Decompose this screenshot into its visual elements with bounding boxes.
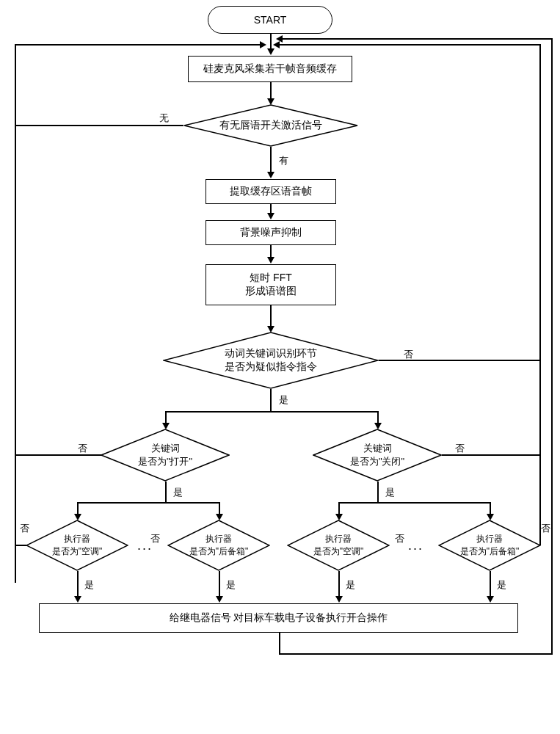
edge	[338, 571, 340, 597]
collect-label: 硅麦克风采集若干帧音频缓存	[203, 62, 337, 76]
exec-open-trunk-no: 否	[149, 532, 161, 545]
arrowhead	[267, 172, 274, 178]
exec-open-ac-yes: 是	[83, 578, 95, 592]
exec-close-ac-yes: 是	[344, 578, 357, 592]
start-label: START	[254, 14, 287, 26]
edge	[338, 502, 490, 504]
edge	[270, 34, 272, 50]
edge	[15, 454, 101, 456]
dots2: ...	[408, 538, 423, 553]
kw-open-decision: 关键词 是否为"打开"	[101, 429, 230, 482]
kw-close-no: 否	[454, 442, 466, 455]
edge	[15, 545, 26, 546]
exec-open-trunk-yes: 是	[225, 578, 237, 592]
edge	[442, 454, 540, 456]
kw-close-yes: 是	[384, 486, 396, 499]
edge	[270, 305, 272, 327]
verb-yes-label: 是	[277, 393, 290, 407]
edge	[270, 147, 272, 173]
lip-decision: 有无唇语开关激活信号	[183, 104, 358, 147]
exec-close-trunk: 执行器 是否为"后备箱"	[438, 520, 541, 571]
exec-open-ac-no: 否	[18, 522, 31, 535]
extract-label: 提取缓存区语音帧	[230, 185, 312, 198]
lip-yes-label: 有	[277, 154, 290, 167]
edge	[279, 633, 280, 653]
svg-marker-2	[101, 429, 229, 481]
edge	[279, 653, 552, 655]
edge	[377, 482, 379, 502]
arrowhead	[216, 596, 223, 603]
svg-marker-1	[164, 333, 378, 388]
svg-marker-6	[288, 520, 389, 570]
edge	[15, 126, 16, 583]
kw-open-yes: 是	[172, 486, 184, 499]
edge	[490, 571, 491, 597]
arrowhead	[487, 596, 494, 603]
edge	[219, 571, 220, 597]
svg-marker-5	[168, 520, 269, 570]
relay-label: 给继电器信号 对目标车载电子设备执行开合操作	[170, 611, 388, 625]
svg-marker-7	[439, 520, 540, 570]
edge	[77, 502, 219, 504]
svg-marker-3	[313, 429, 441, 481]
edge	[165, 482, 167, 502]
edge	[279, 44, 540, 46]
svg-marker-0	[184, 105, 357, 146]
edge	[15, 125, 183, 126]
edge	[15, 44, 261, 46]
edge	[270, 389, 272, 411]
arrowhead	[267, 213, 274, 219]
arrowhead	[267, 48, 274, 55]
collect-node: 硅麦克风采集若干帧音频缓存	[188, 56, 352, 82]
edge	[165, 411, 378, 413]
fft-node: 短时 FFT 形成语谱图	[206, 264, 336, 305]
arrowhead	[267, 257, 274, 264]
exec-close-trunk-yes: 是	[495, 578, 508, 592]
arrowhead	[260, 41, 266, 48]
exec-close-trunk-no: 否	[539, 522, 552, 535]
lip-no-label: 无	[158, 112, 170, 125]
arrowhead	[335, 596, 343, 603]
exec-open-ac: 执行器 是否为"空调"	[26, 520, 128, 571]
exec-open-trunk: 执行器 是否为"后备箱"	[167, 520, 270, 571]
edge	[539, 360, 541, 545]
edge	[270, 82, 272, 100]
edge	[77, 571, 79, 597]
fft-label2: 形成语谱图	[245, 285, 297, 298]
verb-decision: 动词关键词识别环节 是否为疑似指令指令	[163, 332, 379, 389]
suppress-label: 背景噪声抑制	[240, 226, 302, 239]
arrowhead	[74, 596, 81, 603]
edge	[15, 44, 16, 126]
edge	[539, 44, 541, 360]
exec-close-ac-no: 否	[393, 532, 406, 545]
kw-close-decision: 关键词 是否为"关闭"	[313, 429, 442, 482]
kw-open-no: 否	[76, 442, 89, 455]
relay-node: 给继电器信号 对目标车载电子设备执行开合操作	[39, 603, 518, 633]
exec-close-ac: 执行器 是否为"空调"	[287, 520, 390, 571]
fft-label1: 短时 FFT	[250, 272, 292, 285]
arrowhead	[276, 35, 283, 43]
edge	[282, 38, 552, 40]
svg-marker-4	[26, 520, 128, 570]
edge	[379, 360, 540, 361]
extract-node: 提取缓存区语音帧	[206, 179, 336, 204]
edge	[551, 38, 553, 655]
suppress-node: 背景噪声抑制	[206, 220, 336, 245]
start-node: START	[208, 6, 332, 34]
